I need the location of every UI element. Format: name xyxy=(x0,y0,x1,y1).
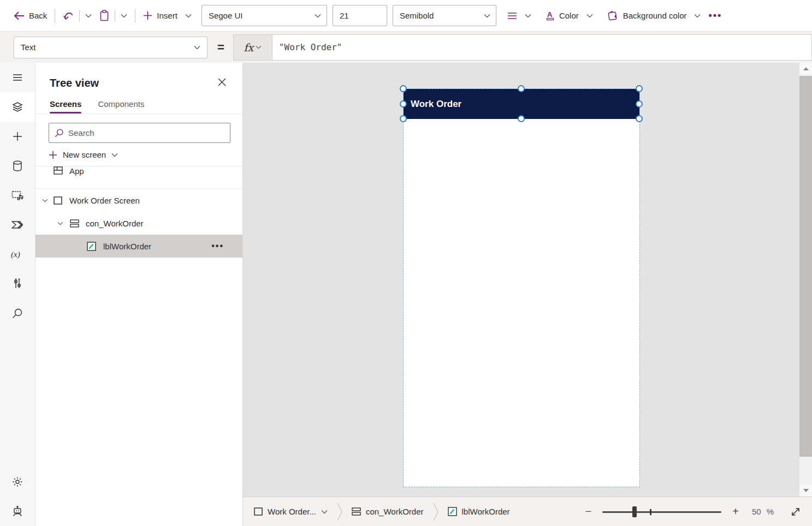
paint-bucket-icon xyxy=(607,10,619,21)
chevron-down-icon[interactable] xyxy=(42,199,48,202)
breadcrumb-container[interactable]: con_WorkOrder xyxy=(352,507,424,516)
font-weight-select[interactable]: Semibold xyxy=(393,5,496,26)
tree-item-con-workorder[interactable]: con_WorkOrder xyxy=(35,212,242,235)
selection-handle-middle-right[interactable] xyxy=(636,100,643,107)
undo-dropdown-button[interactable] xyxy=(85,14,92,18)
breadcrumb-separator xyxy=(432,502,439,522)
breadcrumb-label-control[interactable]: lblWorkOrder xyxy=(448,507,510,516)
selection-handle-top-right[interactable] xyxy=(636,85,643,92)
text-align-icon xyxy=(507,12,517,20)
container-icon xyxy=(352,507,361,516)
zoom-in-button[interactable]: + xyxy=(729,505,742,518)
font-size-value: 21 xyxy=(340,11,349,20)
data-rail-button[interactable] xyxy=(0,151,35,181)
font-color-icon: A xyxy=(546,10,555,21)
chevron-down-icon xyxy=(194,45,200,50)
screen-artboard[interactable]: Work Order xyxy=(404,89,639,487)
tab-components[interactable]: Components xyxy=(98,99,144,113)
svg-text:(x): (x) xyxy=(11,250,20,259)
insert-button[interactable]: Insert xyxy=(143,11,192,20)
expand-diagonal-icon xyxy=(790,506,801,517)
fit-to-window-button[interactable] xyxy=(790,506,801,517)
lblworkorder-label[interactable]: Work Order xyxy=(404,89,639,119)
selection-handle-top-center[interactable] xyxy=(518,85,525,92)
zoom-slider-tick xyxy=(650,509,651,515)
settings-rail-button[interactable] xyxy=(0,467,35,497)
chevron-down-icon xyxy=(321,510,328,514)
power-automate-icon xyxy=(11,220,24,229)
triangle-up-icon xyxy=(803,67,809,70)
formula-input[interactable]: "Work Order" xyxy=(272,34,812,61)
scrollbar-down-button[interactable] xyxy=(799,485,812,497)
paste-button[interactable] xyxy=(99,10,109,21)
tab-screens[interactable]: Screens xyxy=(50,99,81,113)
fx-dropdown-button[interactable]: fx xyxy=(233,34,272,61)
tree-view-panel: Tree view Screens Components New screen xyxy=(35,63,243,526)
new-screen-button[interactable]: New screen xyxy=(49,150,229,159)
chevron-down-icon xyxy=(85,14,92,18)
canvas-viewport[interactable]: Work Order xyxy=(243,63,812,497)
canvas-region: Work Order xyxy=(243,63,812,526)
zoom-slider-track[interactable] xyxy=(602,511,721,513)
chevron-down-icon xyxy=(121,14,127,18)
search-rail-button[interactable] xyxy=(0,298,35,328)
power-automate-rail-button[interactable] xyxy=(0,210,35,240)
tree-view-title: Tree view xyxy=(50,77,99,89)
background-color-button[interactable]: Background color xyxy=(607,10,701,21)
tree-view-header: Tree view xyxy=(35,63,242,91)
property-select[interactable]: Text xyxy=(14,37,208,58)
chevron-down-icon[interactable] xyxy=(57,222,63,225)
font-size-input[interactable]: 21 xyxy=(333,5,387,26)
tree-item-label: Work Order Screen xyxy=(69,196,140,205)
zoom-out-button[interactable]: − xyxy=(582,505,595,518)
tree-view-layers-icon xyxy=(11,101,23,112)
alignment-button[interactable] xyxy=(507,12,531,20)
tree-item-lblworkorder[interactable]: lblWorkOrder ••• xyxy=(35,235,242,258)
tree-item-overflow-button[interactable]: ••• xyxy=(211,241,224,251)
selection-handle-top-left[interactable] xyxy=(400,85,407,92)
powerapps-studio: Back Insert Segoe UI 21 xyxy=(0,0,812,526)
tree-search-input[interactable] xyxy=(68,128,224,138)
close-panel-button[interactable] xyxy=(216,76,228,91)
tree-view-rail-button[interactable] xyxy=(0,92,35,122)
selection-handle-bottom-right[interactable] xyxy=(636,115,643,122)
zoom-slider[interactable] xyxy=(602,506,721,518)
paste-dropdown-button[interactable] xyxy=(121,14,127,18)
menu-button[interactable] xyxy=(0,63,35,92)
virtual-agent-rail-button[interactable] xyxy=(0,497,35,526)
plus-icon xyxy=(49,151,57,159)
divider xyxy=(79,10,80,22)
back-arrow-icon xyxy=(14,11,25,20)
close-icon xyxy=(218,78,226,86)
advanced-tools-rail-button[interactable] xyxy=(0,269,35,298)
back-button[interactable]: Back xyxy=(14,11,47,20)
hamburger-menu-icon xyxy=(13,74,22,81)
breadcrumb-separator xyxy=(336,502,343,522)
font-family-select[interactable]: Segoe UI xyxy=(201,5,327,26)
background-color-label: Background color xyxy=(623,11,687,20)
media-rail-button[interactable] xyxy=(0,181,35,210)
scrollbar-thumb[interactable] xyxy=(799,76,812,457)
svg-text:A: A xyxy=(547,10,553,19)
selection-handle-bottom-left[interactable] xyxy=(400,115,407,122)
vertical-scrollbar[interactable] xyxy=(799,63,812,497)
tree-item-work-order-screen[interactable]: Work Order Screen xyxy=(35,189,242,212)
tree-item-app[interactable]: App xyxy=(35,166,242,189)
selection-handle-bottom-center[interactable] xyxy=(518,115,525,122)
insert-rail-button[interactable] xyxy=(0,122,35,151)
tree-view-tabs: Screens Components xyxy=(35,99,242,114)
plus-icon xyxy=(13,132,22,141)
triangle-down-icon xyxy=(803,489,809,492)
toolbar-overflow-button[interactable]: ••• xyxy=(708,10,722,21)
undo-icon xyxy=(63,10,74,21)
database-icon xyxy=(13,160,22,171)
font-color-button[interactable]: A Color xyxy=(546,10,593,21)
scrollbar-up-button[interactable] xyxy=(799,63,812,75)
variables-rail-button[interactable]: (x) xyxy=(0,240,35,269)
selection-handle-middle-left[interactable] xyxy=(400,100,407,107)
tree-search-box[interactable] xyxy=(49,123,230,143)
zoom-slider-thumb[interactable] xyxy=(632,506,637,517)
chevron-down-icon xyxy=(525,14,531,18)
undo-button[interactable] xyxy=(63,10,74,21)
breadcrumb-screen[interactable]: Work Order... xyxy=(254,507,328,516)
